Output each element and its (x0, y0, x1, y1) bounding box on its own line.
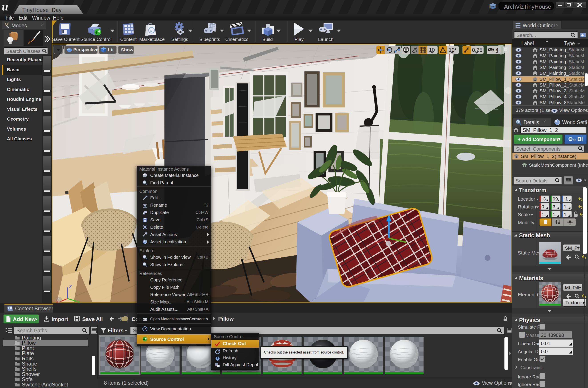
svg-text:Z: Z (69, 285, 72, 290)
svg-text:C++: C++ (143, 318, 147, 320)
svg-text:i: i (517, 120, 518, 123)
svg-text:?: ? (144, 327, 146, 331)
svg-text:u: u (150, 28, 152, 33)
